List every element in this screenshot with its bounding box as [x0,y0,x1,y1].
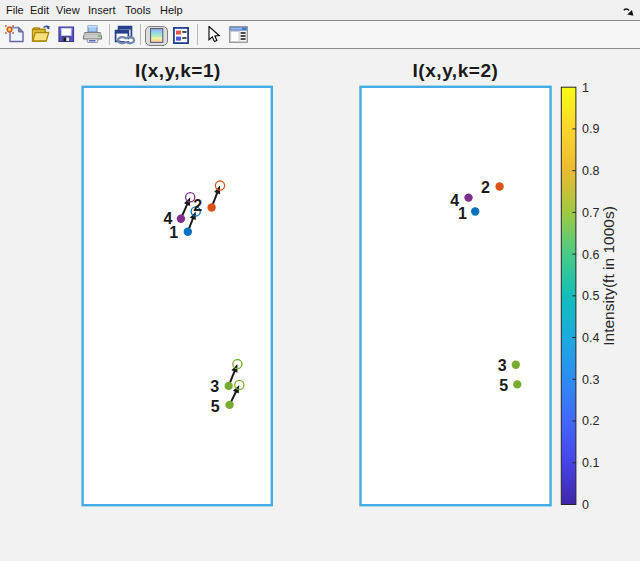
svg-text:0.8: 0.8 [582,164,599,178]
svg-text:I(x,y,k=2): I(x,y,k=2) [413,60,499,81]
svg-text:1: 1 [582,81,589,95]
svg-text:Intensity(ft in 1000s): Intensity(ft in 1000s) [600,206,617,346]
svg-text:2: 2 [193,197,202,214]
svg-text:0: 0 [582,498,589,512]
svg-text:0.3: 0.3 [582,373,599,387]
svg-text:0.4: 0.4 [582,331,599,345]
svg-text:1: 1 [169,224,178,241]
svg-text:0.2: 0.2 [582,414,599,428]
svg-text:5: 5 [211,398,220,415]
svg-text:0.5: 0.5 [582,289,599,303]
svg-text:3: 3 [210,378,219,395]
svg-text:I(x,y,k=1): I(x,y,k=1) [135,60,221,81]
svg-text:0.6: 0.6 [582,248,599,262]
svg-text:0.9: 0.9 [582,122,599,136]
svg-text:3: 3 [498,357,507,374]
svg-text:1: 1 [458,205,467,222]
svg-text:0.7: 0.7 [582,206,599,220]
svg-text:2: 2 [481,179,490,196]
svg-text:0.1: 0.1 [582,456,599,470]
svg-text:5: 5 [499,377,508,394]
